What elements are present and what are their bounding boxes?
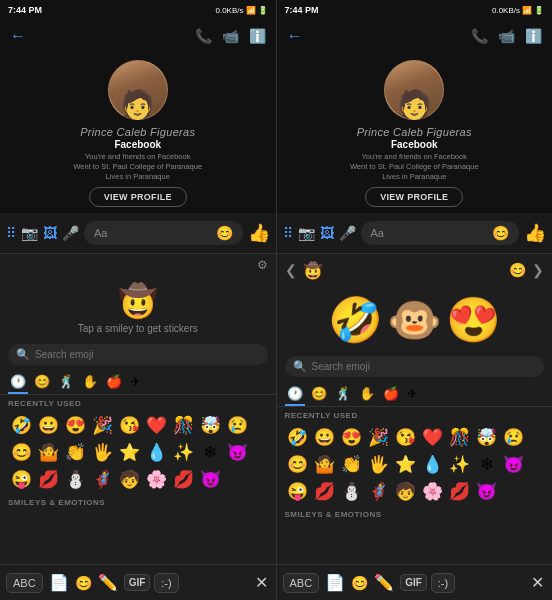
- grid-icon-left[interactable]: ⠿: [6, 225, 16, 241]
- grid-icon-right[interactable]: ⠿: [283, 225, 293, 241]
- emoji-item[interactable]: 😈: [474, 478, 500, 504]
- emoji-item[interactable]: 😀: [35, 412, 61, 438]
- emoji-item[interactable]: 😊: [8, 439, 34, 465]
- close-kb-button-right[interactable]: ✕: [529, 571, 546, 594]
- emoji-item[interactable]: 🎉: [366, 424, 392, 450]
- view-profile-button-right[interactable]: VIEW PROFILE: [365, 187, 463, 207]
- emoji-item[interactable]: 🌸: [143, 466, 169, 492]
- emoji-input-icon-right[interactable]: 😊: [492, 225, 509, 241]
- emoji-item[interactable]: 🤯: [197, 412, 223, 438]
- emoji-kb-icon-left[interactable]: 😊: [75, 575, 92, 591]
- emoji-item[interactable]: 🦸: [366, 478, 392, 504]
- emoji-item[interactable]: 💋: [312, 478, 338, 504]
- emoji-tab-people-right[interactable]: 🕺: [333, 384, 353, 403]
- emoji-item[interactable]: 😈: [224, 439, 250, 465]
- emoji-icon-right-bar[interactable]: 😊: [509, 262, 526, 278]
- emoji-item[interactable]: 😊: [285, 451, 311, 477]
- camera-icon-left[interactable]: 📷: [21, 225, 38, 241]
- mic-icon-left[interactable]: 🎤: [62, 225, 79, 241]
- emoji-item[interactable]: 😈: [197, 466, 223, 492]
- big-emoji-hearts[interactable]: 😍: [446, 294, 501, 346]
- emoji-item[interactable]: 👏: [62, 439, 88, 465]
- phone-icon-left[interactable]: 📞: [195, 28, 212, 44]
- left-arrow-right-screen[interactable]: ❮: [285, 262, 297, 278]
- sticker-kb-icon-right[interactable]: 📄: [323, 571, 347, 594]
- emoji-item[interactable]: 🤣: [285, 424, 311, 450]
- abc-button-right[interactable]: ABC: [283, 573, 320, 593]
- emoji-item[interactable]: ❤️: [420, 424, 446, 450]
- emoji-item[interactable]: ❤️: [143, 412, 169, 438]
- emoji-item[interactable]: 🧒: [116, 466, 142, 492]
- big-emoji-monkey[interactable]: 🐵: [387, 294, 442, 346]
- emoji-item[interactable]: 💋: [35, 466, 61, 492]
- emoji-item[interactable]: ❄: [474, 451, 500, 477]
- image-icon-right[interactable]: 🖼: [320, 225, 334, 241]
- emoji-item[interactable]: 💋: [170, 466, 196, 492]
- settings-icon-left[interactable]: ⚙: [257, 258, 268, 272]
- message-input-left[interactable]: Aa 😊: [84, 221, 243, 245]
- emoji-item[interactable]: 🖐: [366, 451, 392, 477]
- emoji-item[interactable]: 😈: [501, 451, 527, 477]
- emoji-item[interactable]: 🤯: [474, 424, 500, 450]
- emoji-tab-food-right[interactable]: 🍎: [381, 384, 401, 403]
- compose-kb-icon-right[interactable]: ✏️: [372, 571, 396, 594]
- emoji-item[interactable]: ✨: [170, 439, 196, 465]
- info-icon-right[interactable]: ℹ️: [525, 28, 542, 44]
- thumb-icon-right[interactable]: 👍: [524, 222, 546, 244]
- big-emoji-laughing[interactable]: 🤣: [328, 294, 383, 346]
- emoji-item[interactable]: 😢: [224, 412, 250, 438]
- emoji-search-bar-left[interactable]: 🔍: [8, 344, 268, 365]
- emoji-item[interactable]: ⛄: [339, 478, 365, 504]
- emoji-item[interactable]: 💋: [447, 478, 473, 504]
- emoji-item[interactable]: 😢: [501, 424, 527, 450]
- back-button-right[interactable]: ←: [287, 27, 303, 45]
- sticker-icon-right[interactable]: 🤠: [303, 261, 323, 280]
- emoji-item[interactable]: 😍: [339, 424, 365, 450]
- emoji-item[interactable]: 👏: [339, 451, 365, 477]
- image-icon-left[interactable]: 🖼: [43, 225, 57, 241]
- thumb-icon-left[interactable]: 👍: [248, 222, 270, 244]
- smiley-button-left[interactable]: :-): [154, 573, 178, 593]
- emoji-tab-people-left[interactable]: 🕺: [56, 372, 76, 391]
- emoji-item[interactable]: 🤣: [8, 412, 34, 438]
- emoji-item[interactable]: 🤷: [35, 439, 61, 465]
- emoji-item[interactable]: 😜: [8, 466, 34, 492]
- emoji-item[interactable]: ⭐: [116, 439, 142, 465]
- emoji-item[interactable]: ✨: [447, 451, 473, 477]
- video-icon-left[interactable]: 📹: [222, 28, 239, 44]
- emoji-item[interactable]: 😀: [312, 424, 338, 450]
- sticker-kb-icon-left[interactable]: 📄: [47, 571, 71, 594]
- emoji-item[interactable]: 💧: [420, 451, 446, 477]
- video-icon-right[interactable]: 📹: [498, 28, 515, 44]
- info-icon-left[interactable]: ℹ️: [249, 28, 266, 44]
- mic-icon-right[interactable]: 🎤: [339, 225, 356, 241]
- emoji-tab-hand-right[interactable]: ✋: [357, 384, 377, 403]
- emoji-item[interactable]: 🧒: [393, 478, 419, 504]
- emoji-item[interactable]: 🌸: [420, 478, 446, 504]
- emoji-item[interactable]: 💧: [143, 439, 169, 465]
- emoji-tab-travel-left[interactable]: ✈: [128, 372, 143, 391]
- emoji-item[interactable]: ⭐: [393, 451, 419, 477]
- emoji-kb-icon-right[interactable]: 😊: [351, 575, 368, 591]
- back-button-left[interactable]: ←: [10, 27, 26, 45]
- emoji-tab-smiley-right[interactable]: 😊: [309, 384, 329, 403]
- emoji-search-bar-right[interactable]: 🔍: [285, 356, 545, 377]
- emoji-item[interactable]: 🎊: [447, 424, 473, 450]
- emoji-item[interactable]: 🤷: [312, 451, 338, 477]
- close-kb-button-left[interactable]: ✕: [253, 571, 270, 594]
- emoji-item[interactable]: 😍: [62, 412, 88, 438]
- emoji-input-icon-left[interactable]: 😊: [216, 225, 233, 241]
- emoji-item[interactable]: 🎊: [170, 412, 196, 438]
- emoji-tab-hand-left[interactable]: ✋: [80, 372, 100, 391]
- emoji-item[interactable]: ⛄: [62, 466, 88, 492]
- emoji-item[interactable]: 🦸: [89, 466, 115, 492]
- search-input-left[interactable]: [35, 349, 260, 360]
- search-input-right[interactable]: [312, 361, 537, 372]
- emoji-tab-food-left[interactable]: 🍎: [104, 372, 124, 391]
- emoji-item[interactable]: 😘: [393, 424, 419, 450]
- emoji-tab-travel-right[interactable]: ✈: [405, 384, 420, 403]
- view-profile-button-left[interactable]: VIEW PROFILE: [89, 187, 187, 207]
- emoji-item[interactable]: 😜: [285, 478, 311, 504]
- emoji-item[interactable]: 😘: [116, 412, 142, 438]
- compose-kb-icon-left[interactable]: ✏️: [96, 571, 120, 594]
